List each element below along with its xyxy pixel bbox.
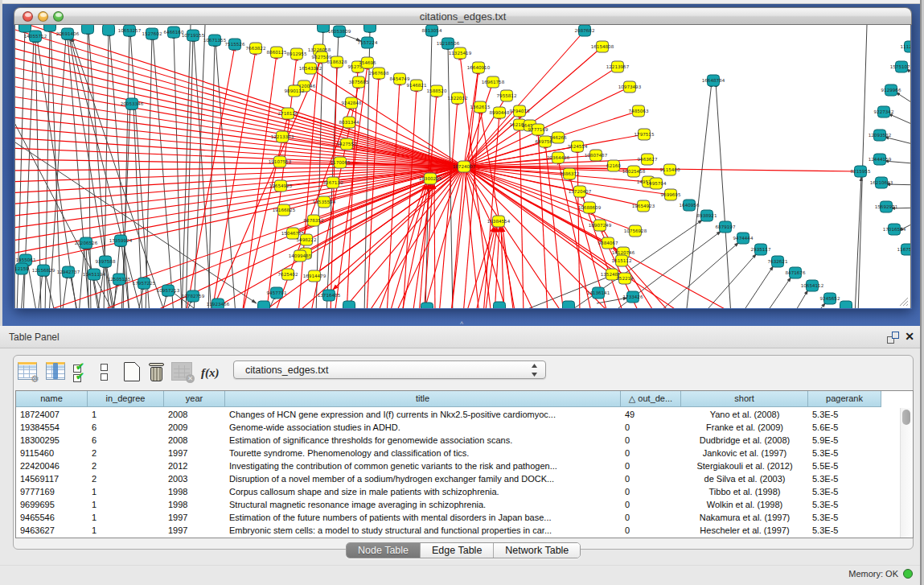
graph-node[interactable]: 8471676 [786,267,806,278]
graph-edge[interactable] [464,31,585,167]
graph-node[interactable]: 9115460 [660,164,680,175]
table-row[interactable]: 1830029562008Estimation of significance … [16,434,881,447]
graph-edge[interactable] [153,35,174,308]
graph-node[interactable]: 16053809 [328,26,351,37]
graph-node[interactable]: 9463627 [638,154,658,165]
table-row[interactable]: 2242004622012Investigating the contribut… [16,459,881,472]
graph-node[interactable]: 252214 [616,273,634,284]
graph-node[interactable]: 15692971 [875,201,898,212]
graph-node[interactable] [494,302,506,308]
graph-node[interactable]: 20364436 [547,152,570,163]
graph-node[interactable]: 20691406 [56,28,80,39]
table-scrollbar-thumb[interactable] [902,410,910,425]
graph-node[interactable]: 12213967 [606,61,630,72]
graph-edge[interactable] [741,266,774,308]
graph-node[interactable] [421,303,433,308]
graph-node[interactable]: 1733426 [623,291,643,303]
graph-node[interactable]: 7557224 [358,37,378,48]
graph-node[interactable]: 12159 [15,263,29,274]
graph-node[interactable]: 18907249 [589,220,612,231]
unselect-all-icon[interactable] [101,362,109,381]
graph-node[interactable] [82,25,94,34]
graph-edge[interactable] [793,290,808,308]
graph-node[interactable]: 7663822 [246,43,266,54]
graph-node[interactable]: 9474444 [733,233,754,244]
graph-node[interactable]: 2967608 [369,68,389,79]
graph-node[interactable]: 9794078 [510,105,530,117]
graph-edge[interactable] [765,277,791,308]
network-table-select[interactable]: citations_edges.txt [233,360,546,379]
graph-node[interactable]: 12444159 [869,154,892,165]
graph-edge[interactable] [464,167,612,308]
canvas-resize-grip[interactable] [898,296,909,307]
delete-table-icon[interactable] [148,362,165,382]
table-row[interactable]: 977716911998Corpus callosum shape and si… [16,485,881,498]
graph-node[interactable]: 10688609 [578,202,602,213]
graph-edge[interactable] [519,113,524,308]
new-table-icon[interactable] [124,362,140,381]
table-row[interactable]: 946554611997Estimation of the future num… [16,511,881,524]
network-canvas[interactable]: 1405571220691406106532571527602646616010… [14,25,911,308]
graph-node[interactable]: 1797515 [634,129,655,140]
tab-network-table[interactable]: Network Table [494,543,580,558]
column-header-pagerank[interactable]: pagerank [808,391,881,407]
graph-node[interactable]: 13720407 [569,186,592,197]
graph-node[interactable]: 8860125 [267,47,287,58]
table-row[interactable]: 1872400712008Changes of HCN gene express… [16,408,881,421]
graph-edge[interactable] [686,82,712,308]
graph-node[interactable]: 9699695 [661,189,681,200]
graph-node[interactable]: 10654112 [801,280,823,291]
import-table-icon[interactable]: ✕ [171,362,192,381]
graph-node[interactable]: 17359924 [109,235,133,246]
graph-node[interactable]: 10807487 [585,150,608,161]
graph-node[interactable]: 13716485 [318,290,341,301]
graph-node[interactable]: 19654923 [632,200,655,212]
column-header-in_degree[interactable]: in_degree [88,391,164,407]
graph-node[interactable] [258,301,270,308]
graph-node[interactable]: 10782759 [182,290,205,302]
table-row[interactable]: 1938455462009Genome-wide association stu… [16,421,881,434]
table-row[interactable]: 911546021997Tourette syndrome. Phenomeno… [16,447,881,459]
column-header-name[interactable]: name [16,391,88,407]
graph-node[interactable]: 20206526 [75,237,98,249]
tab-node-table[interactable]: Node Table [347,543,421,558]
graph-node[interactable]: 15751074 [890,61,911,72]
graph-node[interactable]: 2718126 [278,108,298,119]
graph-node[interactable]: 8912955 [287,48,307,60]
graph-node[interactable] [44,25,56,31]
select-all-icon[interactable]: ✔ ✔ [73,362,88,383]
column-header-title[interactable]: title [225,391,621,407]
graph-edge[interactable] [15,85,464,167]
graph-node[interactable]: 7632621 [768,256,788,267]
graph-edge[interactable] [895,92,911,109]
show-columns-icon[interactable] [46,362,67,381]
graph-node[interactable]: 16640910 [467,62,491,73]
graph-node[interactable]: 9397588 [96,256,116,267]
graph-node[interactable]: 8813054 [422,25,442,36]
graph-node[interactable]: 6879197 [716,221,736,233]
graph-node[interactable]: 2935117 [751,244,771,255]
graph-node[interactable]: 16648784 [702,75,725,86]
table-scrollbar[interactable] [900,408,912,538]
graph-node[interactable]: 8990448 [490,107,510,118]
graph-node[interactable]: 12942737 [57,266,80,278]
graph-node[interactable]: 1527602 [142,28,162,39]
graph-node[interactable]: 17957225 [133,278,156,289]
graph-node[interactable]: 10653257 [118,25,142,36]
table-row[interactable]: 1456911722003Disruption of a novel membe… [16,472,881,485]
graph-node[interactable]: 16210643 [870,177,893,188]
graph-node[interactable]: 9227342 [874,106,894,117]
table-row[interactable]: 969969511998Structural magnetic resonanc… [16,498,881,511]
graph-node[interactable]: 1167533 [897,244,911,255]
graph-edge[interactable] [884,137,911,146]
graph-node[interactable]: 9146821 [407,80,427,91]
close-panel-icon[interactable]: ✕ [904,330,915,343]
graph-node[interactable]: 20053346 [121,98,144,109]
graph-edge[interactable] [186,46,235,308]
graph-edge[interactable] [15,167,464,204]
graph-node[interactable]: 10719155 [182,30,205,41]
graph-edge[interactable] [15,167,464,267]
graph-node[interactable]: 7485063 [629,105,649,117]
graph-node[interactable] [563,301,575,308]
graph-node[interactable]: 10671355 [203,35,227,46]
